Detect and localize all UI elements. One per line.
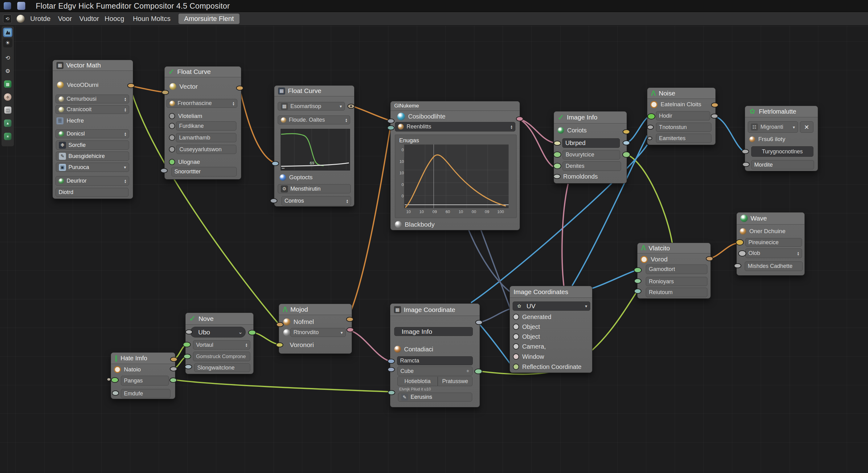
svg-text:▬: ▬ xyxy=(282,166,284,169)
svg-text:69: 69 xyxy=(310,161,314,165)
